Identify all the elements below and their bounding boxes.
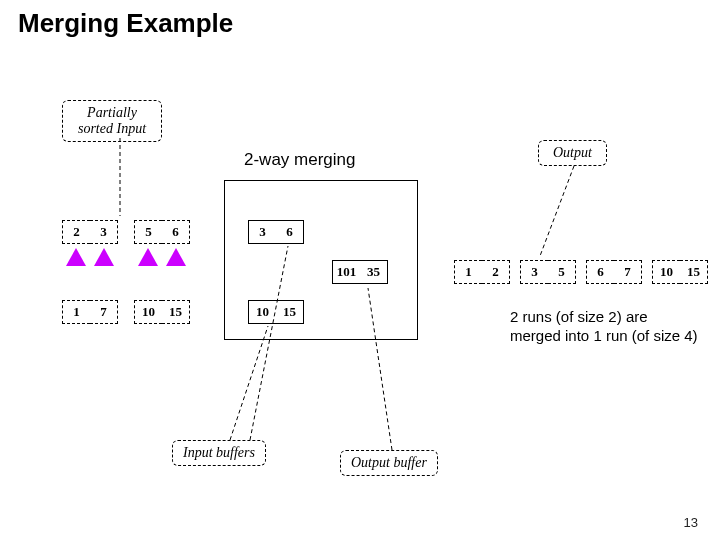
cell: 6 — [276, 220, 304, 244]
cell: 35 — [360, 260, 388, 284]
cell: 101 — [332, 260, 360, 284]
svg-line-1 — [540, 166, 574, 256]
cell: 1 — [62, 300, 90, 324]
cell: 5 — [548, 260, 576, 284]
cell: 10 — [248, 300, 276, 324]
cell: 1 — [454, 260, 482, 284]
note-runs-merged: 2 runs (of size 2) are merged into 1 run… — [510, 308, 700, 346]
callout-partially-sorted-input: Partiallysorted Input — [62, 100, 162, 142]
cell: 10 — [134, 300, 162, 324]
cell: 7 — [90, 300, 118, 324]
cell: 6 — [162, 220, 190, 244]
cell: 3 — [520, 260, 548, 284]
cell: 5 — [134, 220, 162, 244]
page-number: 13 — [684, 515, 698, 530]
cell: 10 — [652, 260, 680, 284]
callout-output: Output — [538, 140, 607, 166]
callout-output-buffer: Output buffer — [340, 450, 438, 476]
cell: 2 — [482, 260, 510, 284]
cell: 15 — [680, 260, 708, 284]
output-buffer: 101 35 — [332, 260, 388, 284]
triangle-icon — [66, 248, 86, 266]
input-buffer-top: 3 6 — [248, 220, 304, 244]
output-row: 1 2 3 5 6 7 10 15 — [454, 260, 708, 284]
label-two-way-merging: 2-way merging — [244, 150, 356, 170]
input-row-top: 2 3 5 6 — [62, 220, 190, 244]
cell: 2 — [62, 220, 90, 244]
cell: 15 — [276, 300, 304, 324]
input-buffer-bottom: 10 15 — [248, 300, 304, 324]
cell: 6 — [586, 260, 614, 284]
svg-line-2 — [230, 326, 268, 440]
callout-input-buffers: Input buffers — [172, 440, 266, 466]
triangle-icon — [166, 248, 186, 266]
cell: 3 — [90, 220, 118, 244]
cell: 3 — [248, 220, 276, 244]
slide-title: Merging Example — [18, 8, 233, 39]
cell: 15 — [162, 300, 190, 324]
input-row-bottom: 1 7 10 15 — [62, 300, 190, 324]
triangle-icon — [94, 248, 114, 266]
triangle-icon — [138, 248, 158, 266]
cell: 7 — [614, 260, 642, 284]
